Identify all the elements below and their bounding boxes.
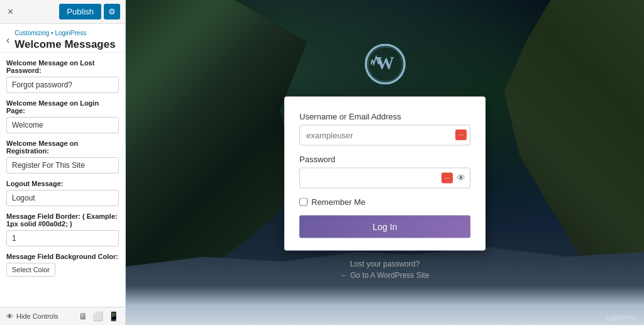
field-group-bg-color: Message Field Background Color: Select C… (6, 253, 119, 277)
publish-area: Publish ⚙ (59, 4, 120, 19)
customizer-panel: × Publish ⚙ ‹ Customizing • LoginPress W… (0, 0, 126, 325)
eye-icon: 👁 (6, 312, 13, 320)
remember-label: Remember Me (311, 197, 365, 206)
breadcrumb: Customizing • LoginPress (14, 29, 115, 37)
input-lost-password[interactable] (6, 77, 119, 93)
preview-area: W Username or Email Address ··· Password… (126, 0, 644, 325)
svg-text:W: W (376, 53, 394, 72)
input-logout[interactable] (6, 190, 119, 206)
field-group-lost-password: Welcome Message on Lost Password: (6, 59, 119, 93)
loginpress-badge: LoginPress (606, 314, 638, 321)
field-group-registration: Welcome Message on Registration: (6, 140, 119, 174)
username-dots-button[interactable]: ··· (455, 129, 467, 140)
username-field-wrap: ··· (299, 124, 470, 145)
field-label-login-page: Welcome Message on Login Page: (6, 99, 119, 114)
field-group-login-page: Welcome Message on Login Page: (6, 99, 119, 133)
input-registration[interactable] (6, 157, 119, 174)
close-button[interactable]: × (5, 5, 16, 19)
login-container: W Username or Email Address ··· Password… (284, 43, 486, 282)
device-icons: 🖥 ⬜ 📱 (79, 311, 119, 321)
publish-button[interactable]: Publish (59, 4, 101, 19)
login-links: Lost your password? ← Go to A WordPress … (284, 259, 486, 279)
password-actions: ··· 👁 (441, 172, 467, 184)
breadcrumb-area: Customizing • LoginPress Welcome Message… (14, 29, 115, 51)
field-group-logout: Logout Message: (6, 180, 119, 206)
password-dots-button[interactable]: ··· (441, 172, 453, 183)
tablet-icon[interactable]: ⬜ (92, 311, 103, 321)
username-actions: ··· (455, 129, 467, 140)
hide-controls-button[interactable]: 👁 Hide Controls (6, 312, 58, 320)
field-label-field-border: Message Field Border: ( Example: 1px sol… (6, 212, 119, 228)
top-bar: × Publish ⚙ (0, 0, 125, 24)
input-field-border[interactable] (6, 230, 119, 246)
bottom-bar: 👁 Hide Controls 🖥 ⬜ 📱 (0, 307, 125, 325)
wp-logo: W (284, 43, 486, 87)
panel-title: Welcome Messages (14, 38, 115, 51)
wordpress-logo-icon: W (365, 43, 406, 84)
field-label-logout: Logout Message: (6, 180, 119, 187)
select-color-button[interactable]: Select Color (6, 263, 55, 277)
remember-checkbox[interactable] (299, 197, 308, 206)
password-label: Password (299, 154, 470, 163)
username-input[interactable] (299, 124, 470, 145)
back-button[interactable]: ‹ (6, 35, 9, 46)
password-reveal-button[interactable]: 👁 (455, 172, 467, 184)
remember-wrap: Remember Me (299, 197, 470, 206)
field-label-registration: Welcome Message on Registration: (6, 140, 119, 155)
field-label-bg-color: Message Field Background Color: (6, 253, 119, 260)
input-login-page[interactable] (6, 117, 119, 133)
back-navigation: ‹ Customizing • LoginPress Welcome Messa… (0, 24, 125, 53)
login-button[interactable]: Log In (299, 215, 470, 238)
field-group-field-border: Message Field Border: ( Example: 1px sol… (6, 212, 119, 246)
panel-content: Welcome Message on Lost Password: Welcom… (0, 53, 125, 325)
lost-password-link[interactable]: Lost your password? (284, 259, 486, 268)
login-card: Username or Email Address ··· Password ·… (284, 96, 486, 250)
hide-controls-label: Hide Controls (16, 312, 58, 320)
username-label: Username or Email Address (299, 111, 470, 121)
goto-wp-link[interactable]: ← Go to A WordPress Site (284, 270, 486, 279)
password-field-wrap: ··· 👁 (299, 167, 470, 188)
settings-button[interactable]: ⚙ (104, 4, 120, 19)
desktop-icon[interactable]: 🖥 (79, 311, 87, 321)
mobile-icon[interactable]: 📱 (108, 311, 119, 321)
field-label-lost-password: Welcome Message on Lost Password: (6, 59, 119, 74)
